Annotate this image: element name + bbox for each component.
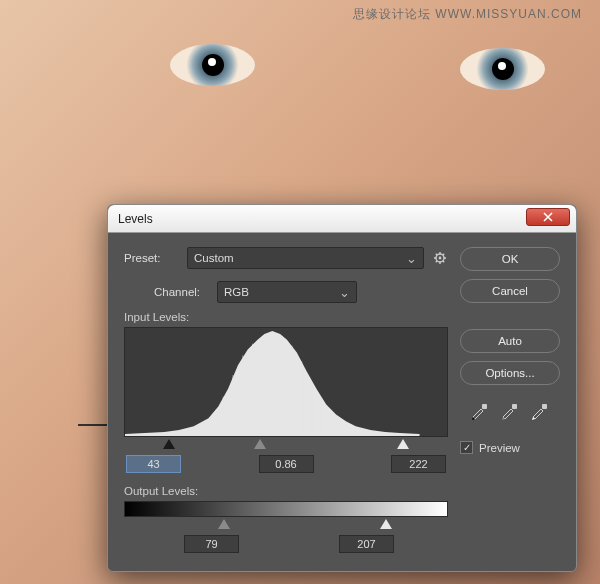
input-midtone-slider[interactable] (254, 439, 266, 449)
channel-label: Channel: (154, 286, 209, 298)
output-shadow-slider[interactable] (218, 519, 230, 529)
eyedropper-icon (499, 399, 521, 421)
eyedropper-icon (529, 399, 551, 421)
output-slider-track (124, 519, 448, 531)
auto-button[interactable]: Auto (460, 329, 560, 353)
gear-icon (432, 250, 448, 266)
output-highlight-field[interactable]: 207 (339, 535, 394, 553)
eyedropper-group (460, 399, 560, 421)
output-shadow-field[interactable]: 79 (184, 535, 239, 553)
svg-point-1 (439, 257, 442, 260)
preset-label: Preset: (124, 252, 179, 264)
close-button[interactable] (526, 208, 570, 226)
histogram (124, 327, 448, 437)
input-levels-label: Input Levels: (124, 311, 448, 323)
input-highlight-slider[interactable] (397, 439, 409, 449)
svg-rect-16 (512, 404, 517, 409)
close-icon (543, 212, 553, 222)
ok-button[interactable]: OK (460, 247, 560, 271)
levels-dialog: Levels Preset: Custom Channel: RGB Input… (107, 204, 577, 572)
svg-rect-17 (542, 404, 547, 409)
gray-point-eyedropper[interactable] (499, 399, 521, 421)
photo-eye-left (170, 44, 255, 86)
channel-select[interactable]: RGB (217, 281, 357, 303)
white-point-eyedropper[interactable] (529, 399, 551, 421)
output-gradient (124, 501, 448, 517)
output-levels-label: Output Levels: (124, 485, 448, 497)
input-slider-track (124, 439, 448, 451)
watermark-text: 思缘设计论坛 WWW.MISSYUAN.COM (353, 6, 582, 23)
preview-label: Preview (479, 442, 520, 454)
preset-menu-button[interactable] (432, 250, 448, 266)
svg-rect-15 (482, 404, 487, 409)
preview-checkbox[interactable]: ✓ (460, 441, 473, 454)
eyedropper-icon (469, 399, 491, 421)
histogram-graph (125, 328, 420, 436)
black-point-eyedropper[interactable] (469, 399, 491, 421)
input-shadow-slider[interactable] (163, 439, 175, 449)
options-button[interactable]: Options... (460, 361, 560, 385)
dialog-title: Levels (118, 212, 153, 226)
output-highlight-slider[interactable] (380, 519, 392, 529)
input-midtone-field[interactable]: 0.86 (259, 455, 314, 473)
input-shadow-field[interactable]: 43 (126, 455, 181, 473)
cancel-button[interactable]: Cancel (460, 279, 560, 303)
photo-eye-right (460, 48, 545, 90)
input-highlight-field[interactable]: 222 (391, 455, 446, 473)
dialog-titlebar[interactable]: Levels (108, 205, 576, 233)
preset-select[interactable]: Custom (187, 247, 424, 269)
